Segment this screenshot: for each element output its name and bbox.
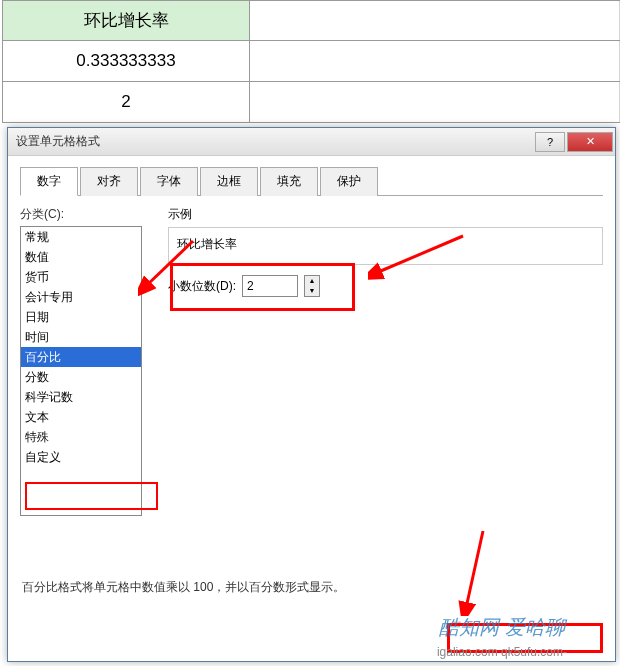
category-label: 分类(C): <box>20 206 150 223</box>
category-item[interactable]: 特殊 <box>21 427 141 447</box>
format-cells-dialog: 设置单元格格式 ? ✕ 数字 对齐 字体 边框 填充 保护 分类(C): 常规 … <box>7 127 616 662</box>
tab-border[interactable]: 边框 <box>200 167 258 196</box>
category-item[interactable]: 分数 <box>21 367 141 387</box>
format-description: 百分比格式将单元格中数值乘以 100，并以百分数形式显示。 <box>22 579 345 596</box>
dialog-body: 数字 对齐 字体 边框 填充 保护 分类(C): 常规 数值 货币 会计专用 日… <box>8 156 615 661</box>
spreadsheet-area: 环比增长率 0.333333333 2 <box>2 0 620 123</box>
help-button[interactable]: ? <box>535 132 565 152</box>
sample-box: 环比增长率 <box>168 227 603 265</box>
svg-line-2 <box>466 531 483 608</box>
decimal-label: 小数位数(D): <box>168 278 236 295</box>
data-cell-2[interactable]: 2 <box>2 82 250 122</box>
category-column: 分类(C): 常规 数值 货币 会计专用 日期 时间 百分比 分数 科学记数 文… <box>20 206 150 516</box>
category-listbox[interactable]: 常规 数值 货币 会计专用 日期 时间 百分比 分数 科学记数 文本 特殊 自定… <box>20 226 142 516</box>
content-area: 分类(C): 常规 数值 货币 会计专用 日期 时间 百分比 分数 科学记数 文… <box>20 206 603 516</box>
category-item[interactable]: 常规 <box>21 227 141 247</box>
category-item[interactable]: 货币 <box>21 267 141 287</box>
category-item[interactable]: 文本 <box>21 407 141 427</box>
tab-fill[interactable]: 填充 <box>260 167 318 196</box>
tab-strip: 数字 对齐 字体 边框 填充 保护 <box>20 166 603 196</box>
sheet-row-1: 0.333333333 <box>2 41 620 82</box>
watermark-url: igaliao.com qk5ufu.com- <box>437 645 567 659</box>
tab-protection[interactable]: 保护 <box>320 167 378 196</box>
decimal-spinner: ▲ ▼ <box>304 275 320 297</box>
spinner-down-icon[interactable]: ▼ <box>305 286 319 296</box>
category-item[interactable]: 自定义 <box>21 447 141 467</box>
empty-cell[interactable] <box>250 1 620 40</box>
titlebar-buttons: ? ✕ <box>535 132 615 152</box>
category-item-selected[interactable]: 百分比 <box>21 347 141 367</box>
close-button[interactable]: ✕ <box>567 132 613 152</box>
right-panel: 示例 环比增长率 小数位数(D): ▲ ▼ <box>168 206 603 516</box>
category-item[interactable]: 日期 <box>21 307 141 327</box>
sheet-row-2: 2 <box>2 82 620 123</box>
spinner-up-icon[interactable]: ▲ <box>305 276 319 286</box>
decimal-places-input[interactable] <box>242 275 298 297</box>
arrow-annotation-icon <box>438 526 498 616</box>
tab-font[interactable]: 字体 <box>140 167 198 196</box>
data-cell-1[interactable]: 0.333333333 <box>2 41 250 81</box>
dialog-title: 设置单元格格式 <box>16 133 100 150</box>
empty-cell[interactable] <box>250 82 620 122</box>
header-cell[interactable]: 环比增长率 <box>2 1 250 40</box>
sample-label: 示例 <box>168 206 603 223</box>
category-item[interactable]: 数值 <box>21 247 141 267</box>
tab-number[interactable]: 数字 <box>20 167 78 196</box>
sheet-header-row: 环比增长率 <box>2 0 620 41</box>
dialog-titlebar: 设置单元格格式 ? ✕ <box>8 128 615 156</box>
category-item[interactable]: 科学记数 <box>21 387 141 407</box>
category-item[interactable]: 会计专用 <box>21 287 141 307</box>
category-item[interactable]: 时间 <box>21 327 141 347</box>
tab-alignment[interactable]: 对齐 <box>80 167 138 196</box>
empty-cell[interactable] <box>250 41 620 81</box>
watermark-logo: 酷知网 爱哈聊 <box>439 614 565 641</box>
decimal-places-row: 小数位数(D): ▲ ▼ <box>168 275 603 297</box>
